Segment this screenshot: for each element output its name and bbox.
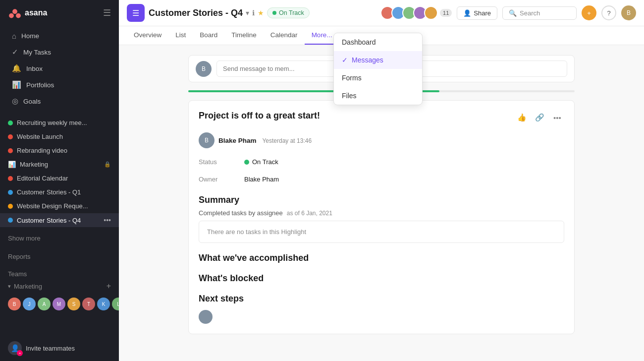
project-item-website-design[interactable]: Website Design Reque... bbox=[0, 199, 119, 213]
sidebar-nav: ⌂ Home ✓ My Tasks 🔔 Inbox 📊 Portfolios ◎… bbox=[0, 26, 119, 112]
share-button[interactable]: 👤 Share bbox=[457, 6, 497, 20]
invite-teammates-button[interactable]: 👤 + Invite teammates bbox=[0, 335, 119, 361]
tab-board[interactable]: Board bbox=[193, 26, 224, 45]
marketing-team-label: Marketing bbox=[14, 283, 104, 290]
project-title-area: Customer Stories - Q4 ▾ ℹ ★ On Track bbox=[149, 7, 310, 18]
bar-chart-icon: 📊 bbox=[8, 161, 16, 168]
star-icon[interactable]: ★ bbox=[258, 9, 264, 17]
link-button[interactable]: 🔗 bbox=[533, 111, 546, 124]
project-item-rebranding[interactable]: Rebranding video bbox=[0, 144, 119, 157]
accomplished-heading: What we've accomplished bbox=[199, 253, 564, 263]
like-button[interactable]: 👍 bbox=[515, 111, 529, 124]
more-icon[interactable]: ••• bbox=[104, 216, 111, 224]
search-box[interactable]: 🔍 Search bbox=[502, 6, 577, 20]
tab-list[interactable]: List bbox=[168, 26, 193, 45]
tab-timeline[interactable]: Timeline bbox=[224, 26, 264, 45]
project-dot bbox=[8, 190, 13, 195]
status-badge[interactable]: On Track bbox=[267, 7, 310, 18]
asana-logo[interactable]: asana bbox=[8, 6, 47, 20]
share-label: Share bbox=[474, 9, 491, 17]
project-dot bbox=[8, 218, 13, 223]
author-avatar: B bbox=[199, 132, 215, 148]
chevron-down-icon[interactable]: ▾ bbox=[246, 9, 249, 17]
asana-logo-text: asana bbox=[25, 8, 47, 17]
project-name: Customer Stories - Q4 bbox=[17, 217, 100, 224]
avatar: S bbox=[67, 298, 80, 310]
owner-value: Blake Pham bbox=[244, 176, 279, 183]
sidebar-header: asana ☰ bbox=[0, 0, 119, 26]
topbar-right: 11 👤 Share 🔍 Search + ? B bbox=[380, 5, 636, 20]
messages-label: Messages bbox=[352, 56, 383, 64]
project-name: Recruiting weekly mee... bbox=[17, 119, 111, 126]
project-item-marketing[interactable]: 📊 Marketing 🔒 bbox=[0, 158, 119, 171]
project-name: Website Launch bbox=[17, 133, 111, 140]
show-more-label: Show more bbox=[8, 235, 41, 242]
sidebar-item-portfolios[interactable]: 📊 Portfolios bbox=[4, 77, 115, 93]
topbar: ☰ Customer Stories - Q4 ▾ ℹ ★ On Track 1… bbox=[119, 0, 644, 26]
dropdown-item-files[interactable]: Files bbox=[334, 87, 422, 105]
add-button[interactable]: + bbox=[582, 5, 596, 20]
blocked-heading: What's blocked bbox=[199, 273, 564, 284]
author-name: Blake Pham bbox=[218, 137, 257, 144]
more-options-button[interactable]: ••• bbox=[550, 111, 564, 124]
svg-point-1 bbox=[9, 13, 14, 18]
project-menu-button[interactable]: ☰ bbox=[127, 4, 145, 22]
reports-label: Reports bbox=[8, 253, 31, 260]
project-item-editorial[interactable]: Editorial Calendar bbox=[0, 172, 119, 185]
info-icon[interactable]: ℹ bbox=[252, 9, 255, 17]
project-name: Customer Stories - Q1 bbox=[17, 188, 111, 196]
dropdown-item-messages[interactable]: ✓ Messages bbox=[334, 51, 422, 69]
project-item-recruiting[interactable]: Recruiting weekly mee... bbox=[0, 116, 119, 129]
sidebar-item-home[interactable]: ⌂ Home bbox=[4, 28, 115, 44]
summary-heading: Summary bbox=[199, 195, 564, 205]
avatar: L bbox=[112, 298, 119, 310]
owner-detail-row: Owner Blake Pham bbox=[199, 174, 564, 185]
tab-calendar[interactable]: Calendar bbox=[264, 26, 305, 45]
sidebar-item-inbox[interactable]: 🔔 Inbox bbox=[4, 60, 115, 76]
help-button[interactable]: ? bbox=[601, 5, 616, 20]
user-avatar[interactable]: B bbox=[621, 5, 636, 20]
sidebar-item-my-tasks[interactable]: ✓ My Tasks bbox=[4, 44, 115, 60]
reports-section[interactable]: Reports bbox=[0, 245, 119, 264]
project-item-website-launch[interactable]: Website Launch bbox=[0, 130, 119, 143]
teams-label: Teams bbox=[8, 270, 27, 278]
project-name: Editorial Calendar bbox=[17, 175, 111, 182]
share-icon: 👤 bbox=[463, 9, 471, 17]
sidebar-collapse-button[interactable]: ☰ bbox=[103, 7, 111, 18]
search-icon: 🔍 bbox=[509, 9, 517, 17]
avatar: B bbox=[8, 298, 21, 310]
project-dot bbox=[8, 148, 13, 153]
show-more-link[interactable]: Show more bbox=[0, 232, 119, 245]
project-dot bbox=[8, 134, 13, 139]
bell-icon: 🔔 bbox=[12, 64, 21, 73]
forms-label: Forms bbox=[342, 74, 362, 82]
bar-chart-icon: 📊 bbox=[12, 80, 21, 89]
tab-overview[interactable]: Overview bbox=[127, 26, 168, 45]
status-dot bbox=[272, 11, 276, 15]
sidebar: asana ☰ ⌂ Home ✓ My Tasks 🔔 Inbox 📊 Port… bbox=[0, 0, 119, 361]
check-icon: ✓ bbox=[342, 56, 348, 64]
lock-icon: 🔒 bbox=[104, 161, 111, 168]
summary-sub-label: Completed tasks by assignee bbox=[199, 209, 283, 217]
more-dropdown-menu: Dashboard ✓ Messages Forms Files bbox=[333, 33, 423, 105]
teams-header: Teams bbox=[0, 266, 119, 282]
dashboard-label: Dashboard bbox=[342, 38, 376, 46]
project-name: Rebranding video bbox=[17, 147, 111, 154]
search-placeholder: Search bbox=[520, 9, 540, 17]
sidebar-item-goals[interactable]: ◎ Goals bbox=[4, 93, 115, 109]
project-name: Marketing bbox=[20, 161, 100, 168]
target-icon: ◎ bbox=[12, 97, 18, 106]
project-dot bbox=[8, 176, 13, 181]
add-team-member-button[interactable]: + bbox=[107, 282, 111, 291]
project-dot bbox=[8, 204, 13, 209]
project-item-customer-q4[interactable]: Customer Stories - Q4 ••• bbox=[0, 213, 119, 227]
status-card-title: Project is off to a great start! bbox=[199, 111, 509, 121]
team-avatars: B J A M S T K L bbox=[0, 295, 119, 313]
project-item-customer-q1[interactable]: Customer Stories - Q1 bbox=[0, 185, 119, 199]
dropdown-item-dashboard[interactable]: Dashboard bbox=[334, 33, 422, 51]
marketing-team-row[interactable]: ▾ Marketing + bbox=[0, 282, 119, 295]
avatar: J bbox=[23, 298, 36, 310]
dropdown-item-forms[interactable]: Forms bbox=[334, 69, 422, 87]
files-label: Files bbox=[342, 92, 357, 100]
user-message-avatar: B bbox=[196, 61, 212, 77]
